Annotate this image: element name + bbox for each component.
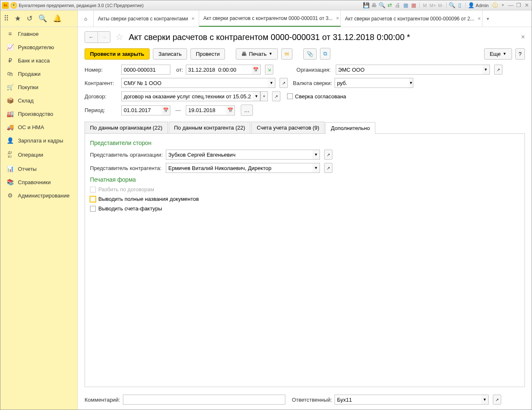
inner-tab-additional[interactable]: Дополнительно — [325, 122, 375, 134]
preview-icon[interactable]: 🔍 — [379, 2, 385, 9]
currency-input[interactable] — [335, 78, 409, 88]
sidebar-item-assets[interactable]: 🚚ОС и НМА — [0, 120, 77, 134]
home-tab[interactable]: ⌂ — [78, 10, 94, 27]
contract-clear[interactable]: × — [260, 91, 268, 101]
info-icon[interactable]: ⓘ — [492, 2, 498, 9]
period-to-cal[interactable]: 📅 — [226, 105, 235, 115]
logo-1c-icon: 1c — [2, 2, 9, 9]
rep-org-open[interactable]: ↗ — [324, 150, 332, 160]
maximize-icon[interactable]: ❐ — [515, 2, 522, 9]
sidebar-item-manager[interactable]: 📈Руководителю — [0, 40, 77, 54]
save-button[interactable]: Записать — [153, 48, 187, 60]
close-icon[interactable]: × — [478, 15, 481, 22]
inner-tab-cp-data[interactable]: По данным контрагента (22) — [169, 122, 251, 133]
agreed-checkbox[interactable] — [287, 93, 293, 99]
sidebar-item-purchases[interactable]: 🛒Покупки — [0, 80, 77, 94]
post-button[interactable]: Провести — [190, 48, 225, 60]
sidebar-item-directories[interactable]: 📚Справочники — [0, 175, 77, 189]
rep-cp-open[interactable]: ↗ — [324, 163, 332, 173]
org-dropdown[interactable]: ▼ — [482, 65, 490, 75]
more-button[interactable]: Еще ▼ — [484, 48, 512, 60]
inner-tab-accounts[interactable]: Счета учета расчетов (9) — [251, 122, 325, 133]
structure-button[interactable]: ⧉ — [320, 48, 330, 60]
panel-icon[interactable]: ▯ — [457, 2, 463, 9]
tab-act-31[interactable]: Акт сверки расчетов с контрагентом 0000-… — [199, 10, 341, 27]
calendar-icon[interactable]: ▦ — [402, 2, 409, 9]
print-icon[interactable]: 🖶 — [371, 2, 377, 9]
comment-input[interactable] — [123, 395, 285, 405]
tabs-more[interactable]: ▾ — [482, 10, 493, 27]
compare-icon[interactable]: ⇄ — [387, 2, 393, 9]
period-from-input[interactable] — [121, 105, 161, 115]
tab-act-96[interactable]: Акт сверки расчетов с контрагентом 0000-… — [341, 10, 482, 27]
currency-dropdown[interactable]: ▼ — [409, 78, 413, 88]
period-to-input[interactable] — [186, 105, 226, 115]
sidebar-item-production[interactable]: 🏭Производство — [0, 107, 77, 120]
app-menu-dropdown[interactable]: ▼ — [10, 2, 17, 9]
close-icon[interactable]: × — [191, 15, 195, 22]
save-icon[interactable]: 💾 — [363, 2, 370, 9]
cp-open-button[interactable]: ↗ — [280, 78, 288, 88]
search-icon[interactable]: 🔍 — [38, 14, 47, 23]
calendar2-icon[interactable]: ▦ — [410, 2, 417, 9]
counterparty-input[interactable] — [121, 78, 268, 88]
responsible-open[interactable]: ↗ — [493, 395, 501, 405]
help-button[interactable]: ? — [515, 48, 525, 60]
close-document-icon[interactable]: × — [521, 33, 525, 41]
m-minus-button[interactable]: M- — [437, 2, 444, 9]
contract-dropdown[interactable]: ▼ — [253, 91, 260, 101]
contract-label: Договор: — [85, 93, 119, 100]
close-window-icon[interactable]: ✕ — [523, 2, 530, 9]
responsible-input[interactable] — [335, 395, 481, 405]
sidebar-item-reports[interactable]: 📊Отчеты — [0, 162, 77, 175]
sidebar-item-warehouse[interactable]: 📦Склад — [0, 94, 77, 107]
favorite-icon[interactable]: ★ — [15, 14, 21, 23]
favorite-star-icon[interactable]: ☆ — [115, 32, 124, 42]
history-icon[interactable]: ↺ — [27, 14, 32, 23]
nav-back-button[interactable]: ← — [85, 32, 97, 42]
sidebar-item-hr[interactable]: 👤Зарплата и кадры — [0, 134, 77, 147]
period-picker-button[interactable]: … — [241, 105, 253, 116]
nav-forward-button[interactable]: → — [97, 32, 110, 42]
full-doc-names-checkbox[interactable] — [90, 196, 96, 202]
period-from-cal[interactable]: 📅 — [161, 105, 170, 115]
close-icon[interactable]: × — [336, 15, 340, 21]
sidebar-item-bank[interactable]: ₽Банк и касса — [0, 54, 77, 67]
info-drop-icon[interactable]: ▼ — [500, 2, 506, 9]
email-button[interactable]: ✉ — [281, 48, 292, 60]
calendar-button[interactable]: 📅 — [252, 65, 261, 75]
tab-acts-list[interactable]: Акты сверки расчетов с контрагентами × — [94, 10, 199, 27]
m-plus-button[interactable]: M+ — [430, 2, 436, 9]
sidebar-item-sales[interactable]: 🛍Продажи — [0, 67, 77, 80]
rep-org-dropdown[interactable]: ▼ — [312, 150, 320, 160]
zoom-icon[interactable]: 🔍 — [449, 2, 455, 9]
rep-org-input[interactable] — [166, 150, 312, 160]
minimize-icon[interactable]: — — [507, 2, 514, 9]
org-open-button[interactable]: ↗ — [494, 65, 502, 75]
org-input[interactable] — [336, 65, 482, 75]
rep-org-label: Представитель организации: — [90, 152, 163, 158]
invoices-checkbox[interactable] — [90, 206, 96, 212]
number-input[interactable] — [121, 65, 170, 75]
responsible-dropdown[interactable]: ▼ — [481, 395, 489, 405]
sidebar-item-label: Руководителю — [18, 44, 54, 50]
bell-icon[interactable]: 🔔 — [53, 14, 62, 23]
tab-label: Акт сверки расчетов с контрагентом 0000-… — [203, 15, 332, 21]
sidebar-item-operations[interactable]: ДтКтОперации — [0, 147, 77, 162]
attach-button[interactable]: 📎 — [303, 48, 317, 60]
sidebar-item-main[interactable]: ≡Главное — [0, 27, 77, 40]
rep-cp-input[interactable] — [166, 163, 312, 173]
contract-open-button[interactable]: ↗ — [272, 91, 280, 101]
rep-cp-dropdown[interactable]: ▼ — [312, 163, 320, 173]
m-button[interactable]: M — [422, 2, 428, 9]
inner-tab-org-data[interactable]: По данным организации (22) — [85, 122, 168, 133]
date-input[interactable] — [186, 65, 252, 75]
contract-input[interactable] — [121, 91, 253, 101]
cp-dropdown[interactable]: ▼ — [268, 78, 275, 88]
printer-icon[interactable]: 🖨 — [395, 2, 401, 9]
print-button[interactable]: 🖶Печать▼ — [236, 48, 278, 60]
date-adjust-button[interactable]: ⇲ — [265, 65, 273, 75]
sidebar-item-admin[interactable]: ⚙Администрирование — [0, 189, 77, 202]
post-and-close-button[interactable]: Провести и закрыть — [85, 48, 150, 60]
apps-icon[interactable]: ⠿ — [4, 14, 9, 23]
